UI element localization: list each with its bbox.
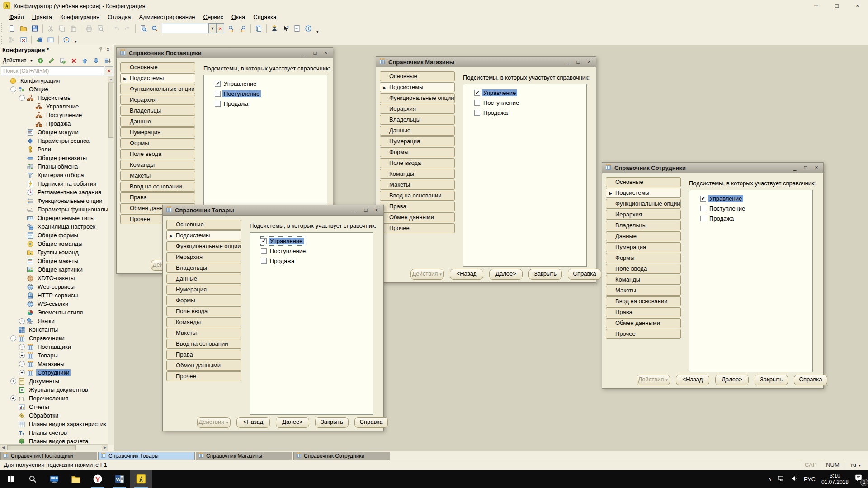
tree-item[interactable]: Поступление	[0, 111, 108, 119]
next-button[interactable]: Далее>	[489, 269, 523, 280]
unchecked-checkbox-icon[interactable]	[474, 100, 480, 106]
actions-menu[interactable]: Действия	[3, 57, 27, 64]
window-maximize-button[interactable]: □	[574, 59, 582, 65]
new-document-icon[interactable]	[7, 23, 17, 33]
dialog-tab[interactable]: Основные	[166, 220, 241, 230]
copy-icon[interactable]	[57, 23, 67, 33]
dialog-tab[interactable]: Макеты	[380, 180, 455, 190]
syntax-check-icon[interactable]	[269, 23, 279, 33]
unchecked-checkbox-icon[interactable]	[474, 110, 480, 116]
scroll-up-icon[interactable]: ▲	[108, 76, 114, 83]
start-icon[interactable]	[0, 470, 22, 488]
window-titlebar[interactable]: Справочник Товары_□×	[163, 205, 383, 216]
minimize-button[interactable]: ─	[806, 0, 826, 12]
dialog-tab[interactable]: Нумерация	[380, 136, 455, 146]
tree-item[interactable]: Общие картинки	[0, 265, 108, 274]
tree-item[interactable]: +{..}Перечисления	[0, 394, 108, 403]
dialog-tab[interactable]: Прочее	[166, 371, 241, 381]
menu-item[interactable]: Файл	[5, 13, 28, 21]
dialog-tab[interactable]: Владельцы	[166, 263, 241, 273]
dialog-tab[interactable]: Подсистемы	[166, 230, 241, 240]
dialog-tab[interactable]: Иерархия	[166, 252, 241, 262]
find-previous-icon[interactable]	[238, 23, 248, 33]
window-minimize-button[interactable]: _	[351, 207, 359, 213]
move-up-icon[interactable]	[81, 56, 89, 66]
metadata-window-icon[interactable]	[19, 35, 28, 45]
tree-item[interactable]: Управление	[0, 102, 108, 111]
dialog-tab[interactable]: Иерархия	[380, 104, 455, 114]
tree-item[interactable]: Отчеты	[0, 403, 108, 411]
dialog-tab[interactable]: Основные	[380, 71, 455, 81]
dialog-tab[interactable]: Иерархия	[120, 95, 195, 105]
scrollbar-thumb[interactable]	[108, 83, 113, 138]
pin-icon[interactable]	[97, 47, 104, 53]
back-button[interactable]: <Назад	[450, 269, 483, 280]
subsystems-listbox[interactable]: ✔УправлениеПоступлениеПродажа	[250, 232, 373, 415]
copy-add-icon[interactable]	[59, 56, 67, 66]
dialog-tab[interactable]: Макеты	[120, 171, 195, 181]
tree-item[interactable]: Общие модули	[0, 128, 108, 136]
tree-item[interactable]: Журналы документов	[0, 385, 108, 394]
tree-item[interactable]: Web-сервисы	[0, 282, 108, 291]
dialog-tab[interactable]: Поле ввода	[166, 306, 241, 316]
paste-icon[interactable]	[68, 23, 78, 33]
tree-item[interactable]: Хранилища настроек	[0, 222, 108, 231]
dialog-tab[interactable]: Подсистемы	[606, 188, 681, 198]
dialog-tab[interactable]: Формы	[606, 253, 681, 263]
checkbox-item[interactable]: ✔Управление	[474, 89, 586, 97]
window-tab[interactable]: Справочник Сотрудники	[293, 452, 390, 460]
unchecked-checkbox-icon[interactable]	[215, 101, 221, 107]
tree-item[interactable]: Определяемые типы	[0, 214, 108, 222]
toolbar-overflow-icon[interactable]: ▾	[73, 39, 79, 44]
tree-item[interactable]: −Общие	[0, 85, 108, 94]
dialog-tab[interactable]: Данные	[606, 231, 681, 241]
search-clear-icon[interactable]: ×	[105, 66, 113, 75]
checkbox-item[interactable]: Продажа	[215, 99, 327, 108]
dialog-tab[interactable]: Основные	[120, 62, 195, 72]
expand-icon[interactable]: +	[19, 344, 25, 350]
tree-item[interactable]: +Магазины	[0, 360, 108, 368]
window-tab[interactable]: Справочник Товары	[98, 452, 195, 460]
dialog-tab[interactable]: Функциональные опции	[166, 241, 241, 251]
window-close-button[interactable]: ×	[585, 59, 593, 65]
tree-item[interactable]: WS-ссылки	[0, 300, 108, 308]
dialog-tab[interactable]: Подсистемы	[120, 73, 195, 83]
menu-item[interactable]: Отладка	[104, 13, 135, 21]
dialog-tab[interactable]: Данные	[166, 274, 241, 284]
collapse-icon[interactable]: −	[10, 335, 16, 341]
window-maximize-button[interactable]: □	[802, 164, 810, 171]
maximize-button[interactable]: □	[826, 0, 847, 12]
checked-checkbox-icon[interactable]: ✔	[215, 81, 221, 87]
dialog-tab[interactable]: Обмен данными	[166, 361, 241, 371]
undo-icon[interactable]	[111, 23, 121, 33]
tree-item[interactable]: +Товары	[0, 351, 108, 360]
checkbox-item[interactable]: Продажа	[474, 108, 586, 117]
network-icon[interactable]	[778, 475, 785, 483]
file-explorer-icon[interactable]	[65, 470, 87, 488]
help-contents-icon[interactable]	[292, 23, 302, 33]
dialog-tab[interactable]: Макеты	[606, 286, 681, 296]
expand-icon[interactable]: +	[10, 378, 16, 384]
tree-item[interactable]: −Справочники	[0, 334, 108, 343]
global-search-icon[interactable]	[138, 23, 148, 33]
start-debugging-icon[interactable]	[61, 35, 71, 45]
dialog-tab[interactable]: Функциональные опции	[380, 93, 455, 103]
dialog-tab[interactable]: Команды	[606, 275, 681, 285]
tree-item[interactable]: Роли	[0, 145, 108, 154]
window-close-button[interactable]: ×	[373, 207, 381, 213]
unchecked-checkbox-icon[interactable]	[700, 216, 706, 221]
dialog-tab[interactable]: Прочее	[380, 223, 455, 233]
checked-checkbox-icon[interactable]: ✔	[261, 238, 267, 244]
tree-item[interactable]: Конфигурация	[0, 76, 108, 85]
menu-item[interactable]: Конфигурация	[56, 13, 104, 21]
search-clear-icon[interactable]: ×	[217, 23, 224, 33]
checkbox-item[interactable]: Поступление	[261, 247, 373, 255]
expand-icon[interactable]: +	[19, 318, 25, 324]
tree-item[interactable]: Элементы стиля	[0, 308, 108, 317]
expand-icon[interactable]: +	[19, 352, 25, 358]
tree-item[interactable]: Общие макеты	[0, 257, 108, 265]
toolbar-search-input[interactable]	[162, 24, 208, 33]
next-button[interactable]: Далее>	[276, 417, 309, 428]
subsystems-listbox[interactable]: ✔УправлениеПоступлениеПродажа	[463, 84, 587, 267]
find-next-icon[interactable]	[226, 23, 236, 33]
